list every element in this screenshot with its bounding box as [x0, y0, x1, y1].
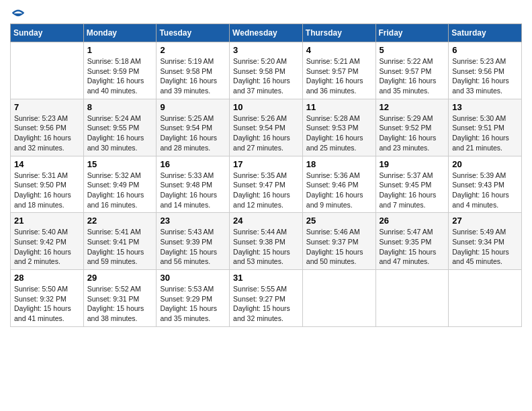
day-info: Sunrise: 5:29 AM Sunset: 9:52 PM Dayligh… — [380, 113, 445, 153]
day-info: Sunrise: 5:23 AM Sunset: 9:56 PM Dayligh… — [452, 56, 518, 96]
day-number: 2 — [160, 45, 226, 55]
day-info: Sunrise: 5:20 AM Sunset: 9:58 PM Dayligh… — [233, 56, 299, 96]
day-number: 9 — [160, 102, 226, 112]
day-info: Sunrise: 5:49 AM Sunset: 9:34 PM Dayligh… — [452, 227, 518, 267]
day-info: Sunrise: 5:36 AM Sunset: 9:46 PM Dayligh… — [306, 171, 372, 210]
day-header-thursday: Thursday — [302, 24, 375, 42]
day-cell: 4Sunrise: 5:21 AM Sunset: 9:57 PM Daylig… — [302, 42, 375, 99]
day-info: Sunrise: 5:23 AM Sunset: 9:56 PM Dayligh… — [14, 113, 80, 153]
day-cell: 25Sunrise: 5:46 AM Sunset: 9:37 PM Dayli… — [302, 213, 375, 270]
day-cell: 24Sunrise: 5:44 AM Sunset: 9:38 PM Dayli… — [230, 213, 303, 270]
day-info: Sunrise: 5:52 AM Sunset: 9:31 PM Dayligh… — [87, 284, 153, 324]
day-number: 28 — [14, 273, 80, 283]
day-info: Sunrise: 5:35 AM Sunset: 9:47 PM Dayligh… — [233, 171, 299, 210]
day-number: 4 — [306, 45, 372, 55]
day-number: 3 — [233, 45, 299, 55]
day-number: 25 — [306, 216, 372, 226]
day-info: Sunrise: 5:21 AM Sunset: 9:57 PM Dayligh… — [306, 56, 372, 96]
day-number: 21 — [14, 216, 80, 226]
day-info: Sunrise: 5:24 AM Sunset: 9:55 PM Dayligh… — [87, 113, 153, 153]
day-cell: 31Sunrise: 5:55 AM Sunset: 9:27 PM Dayli… — [230, 270, 303, 327]
day-info: Sunrise: 5:28 AM Sunset: 9:53 PM Dayligh… — [306, 113, 372, 153]
day-cell: 16Sunrise: 5:33 AM Sunset: 9:48 PM Dayli… — [157, 156, 230, 213]
day-cell: 30Sunrise: 5:53 AM Sunset: 9:29 PM Dayli… — [157, 270, 230, 327]
day-info: Sunrise: 5:41 AM Sunset: 9:41 PM Dayligh… — [87, 227, 153, 267]
day-cell: 5Sunrise: 5:22 AM Sunset: 9:57 PM Daylig… — [375, 42, 449, 99]
day-cell: 8Sunrise: 5:24 AM Sunset: 9:55 PM Daylig… — [83, 99, 157, 156]
day-info: Sunrise: 5:37 AM Sunset: 9:45 PM Dayligh… — [380, 171, 445, 210]
day-cell: 23Sunrise: 5:43 AM Sunset: 9:39 PM Dayli… — [157, 213, 230, 270]
day-cell: 18Sunrise: 5:36 AM Sunset: 9:46 PM Dayli… — [302, 156, 375, 213]
page: SundayMondayTuesdayWednesdayThursdayFrid… — [0, 0, 532, 334]
day-number: 11 — [306, 102, 372, 112]
day-info: Sunrise: 5:40 AM Sunset: 9:42 PM Dayligh… — [14, 227, 80, 267]
day-cell: 17Sunrise: 5:35 AM Sunset: 9:47 PM Dayli… — [230, 156, 303, 213]
day-cell: 3Sunrise: 5:20 AM Sunset: 9:58 PM Daylig… — [230, 42, 303, 99]
logo-text — [10, 7, 25, 20]
day-number: 1 — [87, 45, 153, 55]
day-cell: 22Sunrise: 5:41 AM Sunset: 9:41 PM Dayli… — [83, 213, 157, 270]
day-number: 20 — [452, 159, 518, 169]
day-info: Sunrise: 5:19 AM Sunset: 9:58 PM Dayligh… — [160, 56, 226, 96]
day-info: Sunrise: 5:32 AM Sunset: 9:49 PM Dayligh… — [87, 171, 153, 210]
day-number: 31 — [233, 273, 299, 283]
day-info: Sunrise: 5:47 AM Sunset: 9:35 PM Dayligh… — [380, 227, 445, 267]
day-cell — [302, 270, 375, 327]
day-info: Sunrise: 5:30 AM Sunset: 9:51 PM Dayligh… — [452, 113, 518, 153]
day-info: Sunrise: 5:43 AM Sunset: 9:39 PM Dayligh… — [160, 227, 226, 267]
day-info: Sunrise: 5:39 AM Sunset: 9:43 PM Dayligh… — [452, 171, 518, 210]
day-info: Sunrise: 5:22 AM Sunset: 9:57 PM Dayligh… — [380, 56, 445, 96]
day-number: 7 — [14, 102, 80, 112]
day-cell: 20Sunrise: 5:39 AM Sunset: 9:43 PM Dayli… — [449, 156, 522, 213]
day-cell: 26Sunrise: 5:47 AM Sunset: 9:35 PM Dayli… — [375, 213, 449, 270]
logo-icon — [11, 7, 25, 20]
day-number: 6 — [452, 45, 518, 55]
day-cell: 2Sunrise: 5:19 AM Sunset: 9:58 PM Daylig… — [157, 42, 230, 99]
day-cell — [449, 270, 522, 327]
week-row-1: 1Sunrise: 5:18 AM Sunset: 9:59 PM Daylig… — [11, 42, 522, 99]
day-info: Sunrise: 5:25 AM Sunset: 9:54 PM Dayligh… — [160, 113, 226, 153]
day-header-sunday: Sunday — [11, 24, 84, 42]
day-number: 17 — [233, 159, 299, 169]
day-info: Sunrise: 5:55 AM Sunset: 9:27 PM Dayligh… — [233, 284, 299, 324]
day-info: Sunrise: 5:44 AM Sunset: 9:38 PM Dayligh… — [233, 227, 299, 267]
day-info: Sunrise: 5:53 AM Sunset: 9:29 PM Dayligh… — [160, 284, 226, 324]
day-cell: 28Sunrise: 5:50 AM Sunset: 9:32 PM Dayli… — [11, 270, 84, 327]
day-cell: 7Sunrise: 5:23 AM Sunset: 9:56 PM Daylig… — [11, 99, 84, 156]
day-number: 27 — [452, 216, 518, 226]
day-cell — [375, 270, 449, 327]
logo — [10, 7, 25, 20]
day-header-monday: Monday — [83, 24, 157, 42]
day-number: 13 — [452, 102, 518, 112]
day-cell — [11, 42, 84, 99]
day-cell: 6Sunrise: 5:23 AM Sunset: 9:56 PM Daylig… — [449, 42, 522, 99]
day-number: 18 — [306, 159, 372, 169]
week-row-3: 14Sunrise: 5:31 AM Sunset: 9:50 PM Dayli… — [11, 156, 522, 213]
day-header-tuesday: Tuesday — [157, 24, 230, 42]
day-number: 12 — [380, 102, 445, 112]
day-cell: 29Sunrise: 5:52 AM Sunset: 9:31 PM Dayli… — [83, 270, 157, 327]
day-number: 19 — [380, 159, 445, 169]
day-cell: 21Sunrise: 5:40 AM Sunset: 9:42 PM Dayli… — [11, 213, 84, 270]
day-cell: 19Sunrise: 5:37 AM Sunset: 9:45 PM Dayli… — [375, 156, 449, 213]
day-info: Sunrise: 5:46 AM Sunset: 9:37 PM Dayligh… — [306, 227, 372, 267]
day-info: Sunrise: 5:33 AM Sunset: 9:48 PM Dayligh… — [160, 171, 226, 210]
day-cell: 13Sunrise: 5:30 AM Sunset: 9:51 PM Dayli… — [449, 99, 522, 156]
week-row-2: 7Sunrise: 5:23 AM Sunset: 9:56 PM Daylig… — [11, 99, 522, 156]
day-header-friday: Friday — [375, 24, 449, 42]
day-number: 30 — [160, 273, 226, 283]
day-cell: 10Sunrise: 5:26 AM Sunset: 9:54 PM Dayli… — [230, 99, 303, 156]
day-info: Sunrise: 5:31 AM Sunset: 9:50 PM Dayligh… — [14, 171, 80, 210]
day-info: Sunrise: 5:26 AM Sunset: 9:54 PM Dayligh… — [233, 113, 299, 153]
day-number: 15 — [87, 159, 153, 169]
day-number: 5 — [380, 45, 445, 55]
day-cell: 14Sunrise: 5:31 AM Sunset: 9:50 PM Dayli… — [11, 156, 84, 213]
day-cell: 27Sunrise: 5:49 AM Sunset: 9:34 PM Dayli… — [449, 213, 522, 270]
day-number: 23 — [160, 216, 226, 226]
day-number: 16 — [160, 159, 226, 169]
day-cell: 15Sunrise: 5:32 AM Sunset: 9:49 PM Dayli… — [83, 156, 157, 213]
day-number: 14 — [14, 159, 80, 169]
day-cell: 11Sunrise: 5:28 AM Sunset: 9:53 PM Dayli… — [302, 99, 375, 156]
header-row: SundayMondayTuesdayWednesdayThursdayFrid… — [11, 24, 522, 42]
day-header-saturday: Saturday — [449, 24, 522, 42]
